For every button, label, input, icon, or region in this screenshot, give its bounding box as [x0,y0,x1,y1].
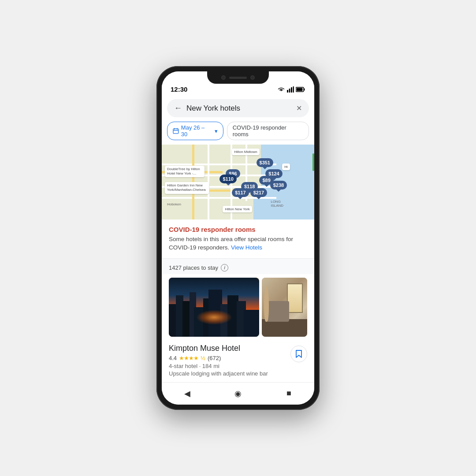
map-label-hoboken: Hoboken [165,201,183,208]
svg-rect-0 [287,90,288,93]
view-hotels-link[interactable]: View Hotels [231,244,262,251]
date-filter-label: May 26 – 30 [181,124,212,138]
map-label-long-island: LONGISLAND [268,198,286,209]
search-query-text: New York hotels [186,104,292,113]
half-star: ½ [201,355,205,361]
price-bubble[interactable]: $117 [232,188,249,197]
covid-filter-label: COVID-19 responder rooms [233,124,286,138]
hotel-details: Kimpton Muse Hotel 4.4 ★★★★½ (672) 4-sta… [169,344,268,377]
hotel-info: Kimpton Muse Hotel 4.4 ★★★★½ (672) 4-sta… [162,340,314,382]
phone-notch [207,71,269,84]
rating-number: 4.4 [169,355,177,361]
price-bubble[interactable]: $217 [250,188,267,197]
hotel-side-image [262,278,307,337]
svg-rect-3 [293,86,294,93]
places-section: 1427 places to stay i [162,259,314,274]
hotel-meta: 4-star hotel · 184 mi [169,363,268,369]
camera-left [221,75,226,80]
price-bubble[interactable]: $110 [219,175,236,183]
covid-title: COVID-19 responder rooms [169,226,307,233]
filter-row: May 26 – 30 ▾ COVID-19 responder rooms [162,122,314,145]
svg-rect-2 [291,87,292,93]
status-time: 12:30 [171,86,187,93]
nav-back-button[interactable]: ◀ [181,387,194,400]
nav-bar: ◀ ◉ ■ [162,382,314,405]
camera-right [250,75,255,80]
map-label-hi: Hi [282,164,290,170]
nav-recent-button[interactable]: ■ [282,387,295,400]
scroll-indicator [312,153,314,171]
wifi-icon [277,86,285,93]
price-bubble[interactable]: $238 [270,181,287,190]
chevron-down-icon: ▾ [215,128,218,134]
map-label-hilton-garden: Hilton Garden Inn New York/Manhattan-Che… [165,182,209,194]
places-count: 1427 places to stay i [169,264,307,271]
back-arrow-icon[interactable]: ← [174,104,182,113]
svg-rect-1 [289,89,290,93]
svg-rect-5 [304,88,305,90]
nav-home-button[interactable]: ◉ [231,387,245,400]
price-bubble[interactable]: $351 [257,158,273,167]
hotel-rating-row: 4.4 ★★★★½ (672) [169,355,268,361]
nav-back-icon: ◀ [184,389,190,398]
bookmark-icon [295,350,302,358]
search-bar[interactable]: ← New York hotels ✕ [167,99,309,117]
speaker [229,77,247,79]
clear-search-button[interactable]: ✕ [296,104,302,112]
hotel-card[interactable]: Kimpton Muse Hotel 4.4 ★★★★½ (672) 4-sta… [162,274,314,382]
phone-screen: 12:30 [162,71,314,405]
map-label-hilton-midtown: Hilton Midtown [232,149,259,155]
signal-icon [287,86,294,93]
stars-display: ★★★★ [179,355,198,361]
nav-recent-icon: ■ [286,389,291,398]
covid-description: Some hotels in this area offer special r… [169,235,307,252]
places-count-text: 1427 places to stay [169,264,218,271]
phone-frame: 12:30 [156,66,320,410]
date-filter-chip[interactable]: May 26 – 30 ▾ [167,122,223,140]
map-label-doubletree: DoubleTree by Hilton Hotel New York -... [165,166,205,178]
calendar-icon [173,128,179,134]
svg-rect-7 [173,129,178,134]
hotel-images-row [162,274,314,340]
map-background: $351$96$110$124$89$118$238$117$217 Doubl… [162,145,314,219]
hotel-main-image [169,278,259,337]
covid-filter-chip[interactable]: COVID-19 responder rooms [227,122,309,140]
status-icons [277,86,305,93]
review-count: (672) [208,355,221,361]
nav-home-icon: ◉ [234,389,242,398]
hotel-description: Upscale lodging with adjacent wine bar [169,370,268,377]
info-icon[interactable]: i [221,264,228,271]
hotel-name: Kimpton Muse Hotel [169,344,268,353]
covid-section: COVID-19 responder rooms Some hotels in … [162,219,314,259]
map-label-hilton-ny: Hilton New York [223,206,252,212]
map-area[interactable]: $351$96$110$124$89$118$238$117$217 Doubl… [162,145,314,219]
svg-rect-6 [297,88,303,91]
bookmark-button[interactable] [290,346,307,362]
battery-icon [296,87,305,92]
